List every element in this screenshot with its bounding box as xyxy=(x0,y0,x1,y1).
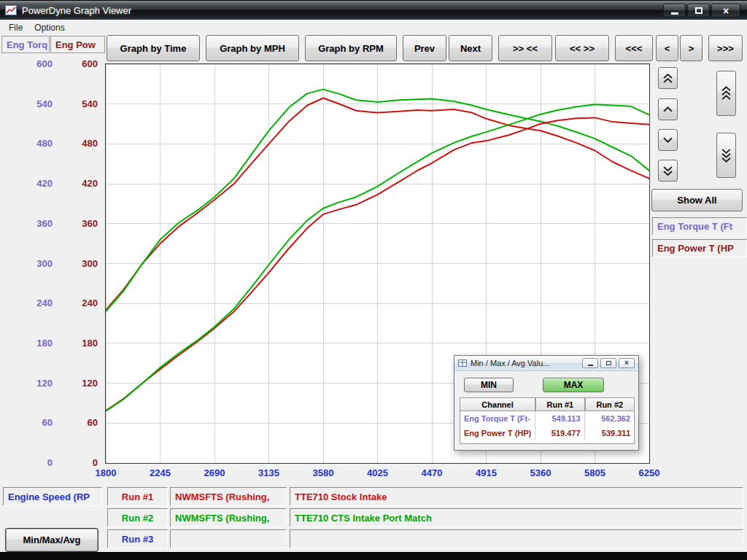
x-tick-label: 4025 xyxy=(367,467,388,478)
y-tick-label: 0 xyxy=(93,457,98,468)
y-tick-label: 300 xyxy=(82,258,98,269)
torque-channel-legend-label: Eng Torque T (Ft xyxy=(657,221,732,232)
y-tick-label: 240 xyxy=(82,298,98,308)
maximize-icon xyxy=(695,7,703,14)
graph-by-time-button[interactable]: Graph by Time xyxy=(107,35,200,61)
triple-chevron-up-icon xyxy=(721,86,731,101)
prev-button[interactable]: Prev xyxy=(403,35,446,61)
power-axis-tab[interactable]: Eng Pow xyxy=(50,36,105,53)
y-tick-label: 420 xyxy=(82,178,98,189)
min-toggle-button[interactable]: MIN xyxy=(464,378,514,392)
torque-run1-max: 549.113 xyxy=(535,411,584,426)
x-tick-label: 4915 xyxy=(476,467,497,478)
column-header-run1[interactable]: Run #1 xyxy=(535,398,584,411)
show-all-button[interactable]: Show All xyxy=(651,189,743,211)
minmax-caption-buttons: × xyxy=(582,358,635,368)
menu-options[interactable]: Options xyxy=(28,21,70,34)
y-tick-label: 0 xyxy=(47,457,53,468)
x-tick-label: 2245 xyxy=(150,467,171,478)
minmax-close-button[interactable]: × xyxy=(619,358,635,368)
minmax-window-icon xyxy=(458,359,467,367)
torque-y-axis: 060120180240300360420480540600 xyxy=(19,64,54,463)
run2-description: TTE710 CTS Intake Port Match xyxy=(295,513,432,524)
close-button[interactable]: × xyxy=(711,4,740,18)
jump-last-button[interactable]: >>> xyxy=(708,35,743,61)
x-tick-label: 1800 xyxy=(96,467,117,478)
minmax-window-title: Min / Max / Avg Valu... xyxy=(471,359,549,368)
triple-chevron-down-icon xyxy=(721,148,731,163)
minmax-values-window: Min / Max / Avg Valu... × MIN MAX Channe… xyxy=(454,355,639,451)
step-forward-button[interactable]: > xyxy=(680,35,703,61)
app-icon xyxy=(5,5,17,15)
column-header-channel[interactable]: Channel xyxy=(460,398,535,411)
zoom-in-button[interactable]: >> << xyxy=(498,35,552,61)
y-tick-label: 60 xyxy=(42,417,53,428)
caption-buttons: × xyxy=(663,4,740,18)
run3-label-field: Run #3 xyxy=(107,529,168,548)
graph-by-rpm-button[interactable]: Graph by RPM xyxy=(305,35,397,61)
run2-description-field: TTE710 CTS Intake Port Match xyxy=(290,508,743,527)
x-tick-label: 5360 xyxy=(530,467,551,478)
run3-label: Run #3 xyxy=(122,534,153,545)
scroll-multi-up-button[interactable] xyxy=(716,71,736,116)
maximize-button[interactable] xyxy=(687,4,710,18)
run2-name-field: NWMSFTS (Rushing, xyxy=(170,508,287,527)
run1-name-field: NWMSFTS (Rushing, xyxy=(170,487,287,506)
y-tick-label: 120 xyxy=(36,378,53,389)
run1-label-field: Run #1 xyxy=(107,487,168,506)
window-title: PowerDyne Graph Viewer xyxy=(22,5,131,16)
double-chevron-down-icon xyxy=(663,166,673,176)
jump-first-button[interactable]: <<< xyxy=(615,35,653,61)
run3-description-field xyxy=(290,529,743,548)
scroll-double-down-button[interactable] xyxy=(658,160,678,182)
power-y-axis: 060120180240300360420480540600 xyxy=(66,64,99,463)
y-tick-label: 420 xyxy=(36,178,53,189)
graph-by-mph-button[interactable]: Graph by MPH xyxy=(206,35,299,61)
scroll-multi-down-button[interactable] xyxy=(716,133,736,178)
scroll-down-button[interactable] xyxy=(658,129,678,151)
torque-run2-max: 562.362 xyxy=(585,411,634,426)
run2-name: NWMSFTS (Rushing, xyxy=(175,513,269,524)
title-bar[interactable]: PowerDyne Graph Viewer × xyxy=(0,0,747,20)
zoom-out-button[interactable]: << >> xyxy=(555,35,609,61)
torque-channel-legend: Eng Torque T (Ft xyxy=(652,217,747,236)
torque-axis-tab[interactable]: Eng Torq xyxy=(1,36,50,53)
run2-label-field: Run #2 xyxy=(107,508,168,527)
power-axis-tab-label: Eng Pow xyxy=(55,39,96,50)
close-icon: × xyxy=(723,6,729,16)
minmaxavg-button[interactable]: Min/Max/Avg xyxy=(5,528,98,552)
step-back-button[interactable]: < xyxy=(656,35,678,61)
y-tick-label: 300 xyxy=(36,258,53,269)
y-tick-label: 480 xyxy=(36,138,53,149)
chevron-up-icon xyxy=(663,106,673,112)
double-chevron-up-icon xyxy=(663,74,673,83)
next-button[interactable]: Next xyxy=(449,35,492,61)
screen-bottom-edge xyxy=(0,552,747,560)
power-channel-cell: Eng Power T (HP) xyxy=(460,426,535,440)
x-tick-label: 2690 xyxy=(204,467,225,478)
x-tick-label: 6250 xyxy=(639,467,660,478)
close-icon: × xyxy=(624,359,629,367)
power-channel-legend-label: Eng Power T (HP xyxy=(657,243,734,254)
minimize-button[interactable] xyxy=(663,4,686,18)
menu-file[interactable]: File xyxy=(3,21,28,34)
run1-label: Run #1 xyxy=(122,491,153,502)
column-header-run2[interactable]: Run #2 xyxy=(585,398,634,411)
y-tick-label: 360 xyxy=(82,218,98,229)
minmax-title-bar[interactable]: Min / Max / Avg Valu... × xyxy=(454,356,638,371)
minmax-table-header: Channel Run #1 Run #2 xyxy=(460,398,634,411)
minmax-minimize-button[interactable] xyxy=(582,358,598,368)
power-channel-legend: Eng Power T (HP xyxy=(652,239,747,257)
app-window: PowerDyne Graph Viewer × File Options En… xyxy=(0,0,747,560)
minmax-restore-button[interactable] xyxy=(600,358,616,368)
x-channel-label: Engine Speed (RP xyxy=(8,491,90,502)
scroll-up-button[interactable] xyxy=(658,98,678,120)
y-tick-label: 360 xyxy=(36,218,53,229)
y-tick-label: 120 xyxy=(82,378,98,389)
scroll-double-up-button[interactable] xyxy=(658,67,678,89)
max-toggle-button[interactable]: MAX xyxy=(543,378,604,392)
minmax-table: Channel Run #1 Run #2 Eng Torque T (Ft- … xyxy=(460,397,635,444)
x-channel-field: Engine Speed (RP xyxy=(3,487,102,506)
y-tick-label: 600 xyxy=(82,58,98,69)
rpm-x-axis: 1800224526903135358040254470491553605805… xyxy=(106,467,649,481)
